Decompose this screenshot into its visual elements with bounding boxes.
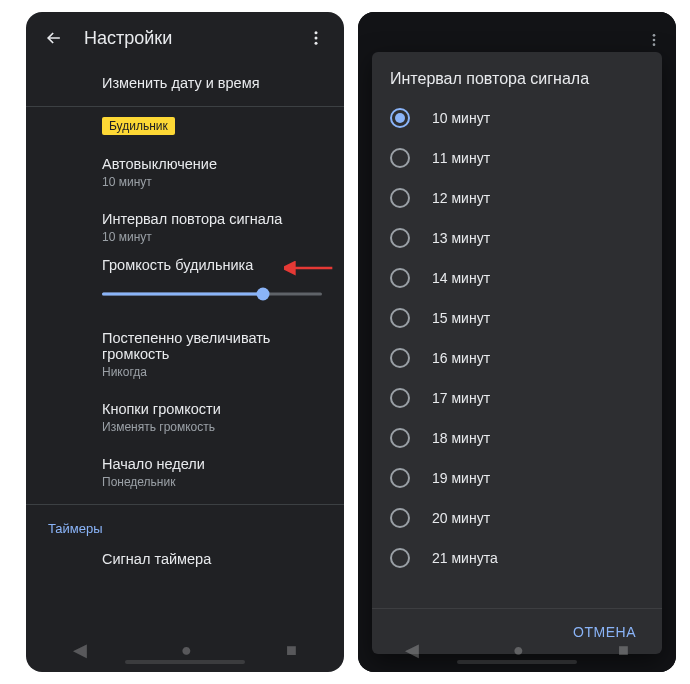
snooze-option[interactable]: 15 минут [384,298,650,338]
svg-point-5 [653,34,656,37]
setting-label: Постепенно увеличивать громкость [102,330,322,362]
snooze-option[interactable]: 18 минут [384,418,650,458]
setting-label: Сигнал таймера [102,551,322,567]
option-label: 18 минут [432,430,490,446]
nav-recents-icon[interactable]: ■ [286,640,297,661]
radio-icon [390,268,410,288]
setting-label: Интервал повтора сигнала [102,211,322,227]
option-label: 20 минут [432,510,490,526]
option-label: 17 минут [432,390,490,406]
section-header-timers: Таймеры [26,509,344,540]
snooze-option[interactable]: 13 минут [384,218,650,258]
setting-sub: 10 минут [102,175,322,189]
arrow-left-icon [44,28,64,48]
snooze-option[interactable]: 20 минут [384,498,650,538]
setting-week-start[interactable]: Начало недели Понедельник [26,445,344,500]
dialog-screen: Интервал повтора сигнала 10 минут11 мину… [358,12,676,672]
snooze-option[interactable]: 19 минут [384,458,650,498]
option-label: 14 минут [432,270,490,286]
option-label: 21 минута [432,550,498,566]
snooze-option[interactable]: 11 минут [384,138,650,178]
option-label: 11 минут [432,150,490,166]
nav-back-icon[interactable]: ◀ [73,639,87,661]
radio-icon [390,148,410,168]
alarm-volume-slider[interactable] [102,285,322,303]
setting-label: Изменить дату и время [102,75,322,91]
svg-point-7 [653,43,656,46]
setting-gradual-volume[interactable]: Постепенно увеличивать громкость Никогда [26,319,344,390]
setting-sub: 10 минут [102,230,322,244]
setting-volume-buttons[interactable]: Кнопки громкости Изменять громкость [26,390,344,445]
radio-icon [390,428,410,448]
radio-icon [390,388,410,408]
section-chip-alarm: Будильник [102,117,175,135]
nav-bar: ◀ ● ■ [26,628,344,672]
overflow-menu-button[interactable] [640,26,668,54]
dialog-options-list: 10 минут11 минут12 минут13 минут14 минут… [372,98,662,608]
divider [26,106,344,107]
snooze-option[interactable]: 21 минута [384,538,650,578]
settings-screen: Настройки Изменить дату и время Будильни… [26,12,344,672]
appbar-title: Настройки [84,28,298,49]
radio-icon [390,308,410,328]
divider [26,504,344,505]
slider-fill [102,293,263,296]
section-chip-row: Будильник [26,111,344,145]
radio-icon [390,348,410,368]
svg-point-6 [653,39,656,42]
setting-timer-sound[interactable]: Сигнал таймера [26,540,344,578]
more-vert-icon [307,29,325,47]
setting-alarm-volume: Громкость будильника [26,255,344,319]
snooze-option[interactable]: 16 минут [384,338,650,378]
option-label: 10 минут [432,110,490,126]
svg-point-1 [315,37,318,40]
snooze-interval-dialog: Интервал повтора сигнала 10 минут11 мину… [372,52,662,654]
nav-recents-icon[interactable]: ■ [618,640,629,661]
snooze-option[interactable]: 12 минут [384,178,650,218]
nav-home-icon[interactable]: ● [181,640,192,661]
radio-icon [390,468,410,488]
radio-icon [390,228,410,248]
option-label: 16 минут [432,350,490,366]
app-bar: Настройки [26,12,344,64]
snooze-option[interactable]: 17 минут [384,378,650,418]
radio-icon [390,188,410,208]
option-label: 12 минут [432,190,490,206]
setting-sub: Никогда [102,365,322,379]
radio-icon [390,548,410,568]
option-label: 19 минут [432,470,490,486]
setting-auto-off[interactable]: Автовыключение 10 минут [26,145,344,200]
volume-label: Громкость будильника [102,257,322,273]
setting-sub: Понедельник [102,475,322,489]
setting-snooze-interval[interactable]: Интервал повтора сигнала 10 минут [26,200,344,255]
overflow-menu-button[interactable] [298,20,334,56]
snooze-option[interactable]: 10 минут [384,98,650,138]
option-label: 13 минут [432,230,490,246]
radio-icon [390,108,410,128]
settings-list: Изменить дату и время Будильник Автовыкл… [26,64,344,672]
nav-bar: ◀ ● ■ [358,628,676,672]
svg-point-0 [315,31,318,34]
nav-home-icon[interactable]: ● [513,640,524,661]
snooze-option[interactable]: 14 минут [384,258,650,298]
radio-icon [390,508,410,528]
nav-back-icon[interactable]: ◀ [405,639,419,661]
setting-label: Автовыключение [102,156,322,172]
slider-thumb[interactable] [256,288,269,301]
svg-point-2 [315,42,318,45]
setting-label: Кнопки громкости [102,401,322,417]
dialog-title: Интервал повтора сигнала [372,52,662,98]
setting-change-datetime[interactable]: Изменить дату и время [26,64,344,102]
back-button[interactable] [36,20,72,56]
more-vert-icon [646,32,662,48]
setting-label: Начало недели [102,456,322,472]
setting-sub: Изменять громкость [102,420,322,434]
option-label: 15 минут [432,310,490,326]
